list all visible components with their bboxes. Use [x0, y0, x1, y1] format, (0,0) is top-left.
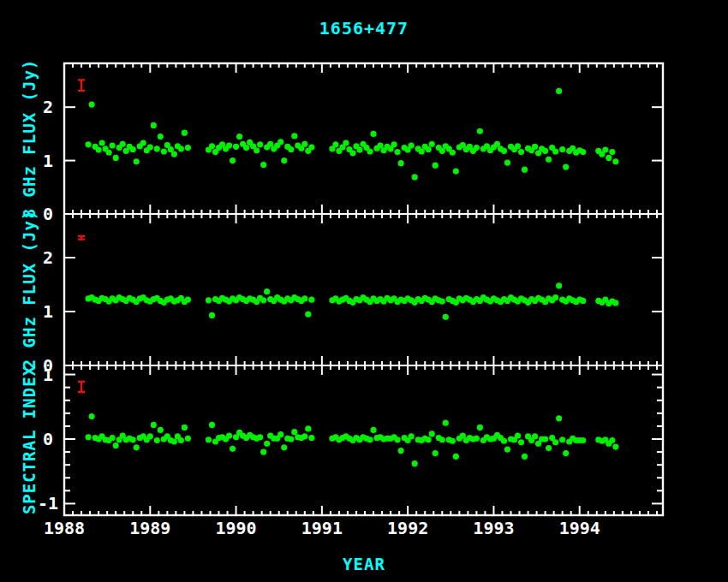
svg-text:1992: 1992 [387, 518, 428, 538]
svg-text:1: 1 [43, 301, 53, 322]
svg-text:1991: 1991 [301, 518, 343, 538]
light-curve-plot-window: 1988198919901991199219931994012012-101 1… [0, 0, 728, 582]
svg-text:-1: -1 [38, 493, 58, 514]
y-axis-label-spectral-index: SPECTRAL INDEX [20, 365, 39, 514]
svg-text:1990: 1990 [215, 518, 256, 538]
svg-text:1988: 1988 [44, 518, 85, 538]
svg-text:1994: 1994 [559, 518, 600, 538]
svg-text:1: 1 [43, 365, 53, 385]
x-axis-label: YEAR [0, 555, 728, 573]
light-curves-chart: 1988198919901991199219931994012012-101 [0, 0, 728, 582]
y-axis-label-2ghz-flux: 2 GHz FLUX (Jy) [20, 210, 39, 370]
svg-text:1: 1 [43, 151, 53, 171]
chart-title: 1656+477 [0, 18, 728, 39]
svg-text:0: 0 [43, 204, 53, 224]
y-axis-label-8ghz-flux: 8 GHz FLUX (Jy) [20, 59, 39, 219]
svg-text:2: 2 [43, 247, 53, 268]
svg-text:0: 0 [43, 429, 53, 449]
svg-text:1993: 1993 [473, 518, 514, 538]
svg-text:2: 2 [43, 97, 53, 117]
svg-text:1989: 1989 [129, 518, 170, 538]
